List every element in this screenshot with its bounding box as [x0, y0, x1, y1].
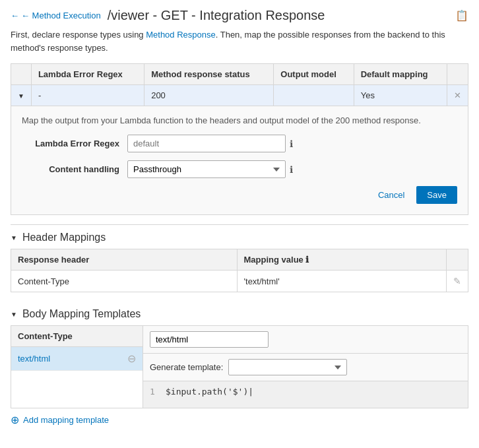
- generate-template-label: Generate template:: [150, 362, 223, 372]
- save-button[interactable]: Save: [416, 186, 457, 204]
- detail-description: Map the output from your Lambda function…: [22, 115, 457, 125]
- content-handling-row: Content handling Passthrough Convert to …: [22, 160, 457, 178]
- breadcrumb-bar: ← ← Method Execution /viewer - GET - Int…: [11, 8, 468, 23]
- col-header-actions: [447, 64, 468, 85]
- edit-icon[interactable]: ✎: [453, 276, 461, 286]
- col-header-method-status: Method response status: [144, 64, 274, 85]
- body-mapping-remove-icon[interactable]: ⊖: [127, 352, 136, 365]
- table-header-row: Lambda Error Regex Method response statu…: [11, 64, 468, 85]
- header-mappings-arrow-icon[interactable]: ▼: [11, 234, 17, 241]
- code-line-number: 1: [150, 387, 159, 402]
- body-mapping-item-link[interactable]: text/html: [18, 354, 50, 364]
- generate-template-row: Generate template:: [143, 354, 468, 381]
- content-handling-select[interactable]: Passthrough Convert to binary Convert to…: [127, 160, 286, 178]
- add-mapping-icon[interactable]: ⊕: [11, 414, 19, 426]
- back-arrow-icon: ←: [11, 11, 19, 20]
- page-description: First, declare response types using Meth…: [11, 28, 468, 54]
- description-text-before: First, declare response types using: [11, 30, 146, 40]
- row-regex-cell: -: [31, 85, 144, 106]
- lambda-error-regex-input[interactable]: [127, 135, 286, 152]
- table-row[interactable]: ▼ - 200 Yes ✕: [11, 85, 468, 106]
- col-actions: [447, 249, 468, 271]
- back-link[interactable]: ← ← Method Execution: [11, 11, 101, 20]
- content-type-input[interactable]: [150, 331, 269, 348]
- body-mapping-title: Body Mapping Templates: [22, 308, 141, 320]
- col-header-arrow: [11, 64, 32, 85]
- col-header-lambda-regex: Lambda Error Regex: [31, 64, 144, 85]
- body-mapping-content-type-row: [143, 326, 468, 354]
- body-mapping-section-header: ▼ Body Mapping Templates: [11, 302, 468, 325]
- body-mapping-item[interactable]: text/html ⊖: [11, 347, 143, 371]
- expand-arrow-icon[interactable]: ▼: [18, 92, 24, 100]
- integration-response-table: Lambda Error Regex Method response statu…: [11, 63, 468, 106]
- cancel-button[interactable]: Cancel: [371, 186, 411, 204]
- row-expand-cell[interactable]: ▼: [11, 85, 32, 106]
- response-header-cell: Content-Type: [11, 271, 238, 292]
- clipboard-icon[interactable]: 📋: [455, 9, 468, 22]
- body-mapping-layout: Content-Type text/html ⊖ Generate templa…: [11, 325, 468, 408]
- code-editor[interactable]: 1 $input.path('$'): [143, 381, 468, 408]
- method-response-link[interactable]: Method Response: [146, 30, 216, 40]
- add-mapping-row: ⊕ Add mapping template: [11, 408, 468, 428]
- body-mapping-left-panel: Content-Type text/html ⊖: [11, 326, 143, 408]
- add-mapping-link[interactable]: Add mapping template: [23, 415, 109, 425]
- row-status-cell: 200: [144, 85, 274, 106]
- generate-template-select[interactable]: [228, 359, 347, 375]
- form-button-row: Cancel Save: [22, 186, 457, 204]
- page-title: /viewer - GET - Integration Response: [108, 8, 325, 23]
- col-response-header: Response header: [11, 249, 238, 271]
- detail-panel: Map the output from your Lambda function…: [11, 106, 468, 215]
- lambda-error-regex-label: Lambda Error Regex: [22, 139, 127, 148]
- content-handling-label: Content handling: [22, 164, 127, 174]
- code-cursor: [248, 387, 253, 397]
- mapping-edit-cell[interactable]: ✎: [447, 271, 468, 292]
- body-mapping-left-header: Content-Type: [11, 326, 143, 347]
- mapping-value-cell: 'text/html': [237, 271, 446, 292]
- header-mappings-section-header: ▼ Header Mappings: [11, 224, 468, 249]
- content-handling-info-icon[interactable]: ℹ: [290, 164, 293, 175]
- header-mappings-table: Response header Mapping value ℹ Content-…: [11, 249, 468, 292]
- header-mappings-title: Header Mappings: [22, 232, 106, 243]
- body-mapping-arrow-icon[interactable]: ▼: [11, 311, 17, 318]
- lambda-error-info-icon[interactable]: ℹ: [290, 139, 293, 149]
- row-output-model-cell: [274, 85, 354, 106]
- row-remove-button[interactable]: ✕: [447, 85, 468, 106]
- back-label[interactable]: ← Method Execution: [21, 11, 101, 20]
- lambda-error-regex-row: Lambda Error Regex ℹ: [22, 135, 457, 152]
- col-mapping-value: Mapping value ℹ: [237, 249, 446, 271]
- header-mappings-header-row: Response header Mapping value ℹ: [11, 249, 468, 271]
- row-default-mapping-cell: Yes: [354, 85, 447, 106]
- col-header-output-model: Output model: [274, 64, 354, 85]
- body-mapping-right-panel: Generate template: 1 $input.path('$'): [143, 326, 468, 408]
- col-header-default-mapping: Default mapping: [354, 64, 447, 85]
- header-mapping-row: Content-Type 'text/html' ✎: [11, 271, 468, 292]
- code-content[interactable]: $input.path('$'): [166, 387, 253, 402]
